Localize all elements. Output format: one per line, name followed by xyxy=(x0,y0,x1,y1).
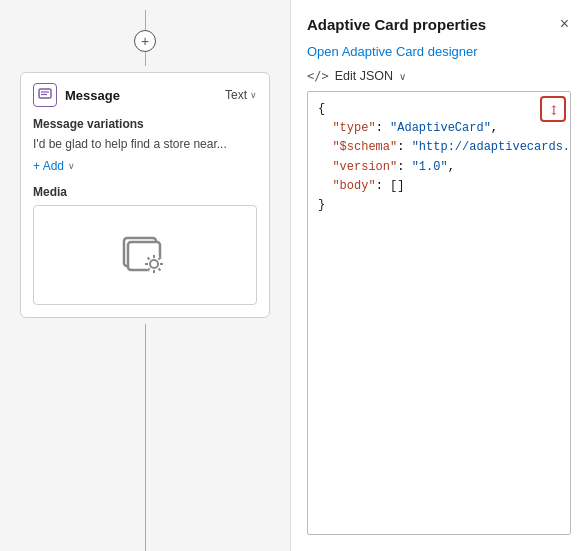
message-card: Message Text ∨ Message variations I'd be… xyxy=(20,72,270,318)
message-variations-label: Message variations xyxy=(33,117,257,131)
left-panel: + Message Text ∨ Message variations I' xyxy=(0,0,290,551)
json-display[interactable]: { "type": "AdaptiveCard", "$schema": "ht… xyxy=(308,92,570,534)
close-button[interactable]: × xyxy=(558,14,571,34)
svg-rect-0 xyxy=(39,89,51,98)
text-type-badge[interactable]: Text ∨ xyxy=(225,88,257,102)
media-card-icon xyxy=(120,230,168,278)
expand-icon: ⤢ xyxy=(545,101,562,118)
media-label: Media xyxy=(33,185,257,199)
add-chevron: ∨ xyxy=(68,161,75,171)
add-button[interactable]: + xyxy=(134,30,156,52)
open-designer-link[interactable]: Open Adaptive Card designer xyxy=(307,44,571,59)
media-box xyxy=(33,205,257,305)
edit-json-label: Edit JSON xyxy=(335,69,393,83)
edit-json-chevron[interactable]: ∨ xyxy=(399,71,406,82)
json-editor-wrapper: ⤢ { "type": "AdaptiveCard", "$schema": "… xyxy=(307,91,571,535)
connector-top: + xyxy=(134,10,156,66)
add-variation-label: + Add xyxy=(33,159,64,173)
card-title: Message xyxy=(65,88,120,103)
connector-bottom xyxy=(145,324,146,551)
add-variation-button[interactable]: + Add ∨ xyxy=(33,159,257,173)
connector-line-bottom xyxy=(145,52,146,66)
panel-header: Adaptive Card properties × xyxy=(307,14,571,34)
right-panel: Adaptive Card properties × Open Adaptive… xyxy=(290,0,587,551)
text-badge-label: Text xyxy=(225,88,247,102)
connector-line-top xyxy=(145,10,146,30)
card-header-left: Message xyxy=(33,83,120,107)
code-icon: </> xyxy=(307,69,329,83)
message-variation-text: I'd be glad to help find a store near... xyxy=(33,137,257,151)
edit-json-row: </> Edit JSON ∨ xyxy=(307,69,571,83)
expand-button[interactable]: ⤢ xyxy=(540,96,566,122)
media-icon-container xyxy=(120,230,170,280)
card-header: Message Text ∨ xyxy=(33,83,257,107)
panel-title: Adaptive Card properties xyxy=(307,16,486,33)
message-icon xyxy=(33,83,57,107)
text-badge-chevron: ∨ xyxy=(250,90,257,100)
